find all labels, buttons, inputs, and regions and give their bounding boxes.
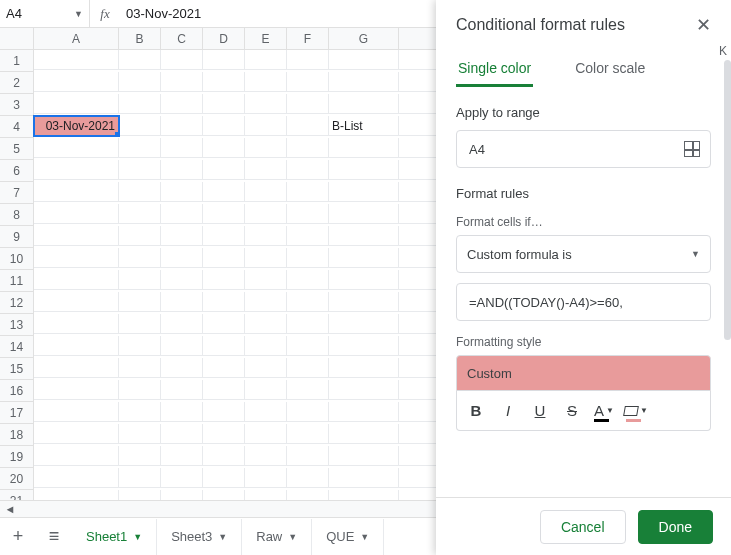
cell[interactable]	[34, 160, 119, 180]
cell[interactable]	[203, 424, 245, 444]
cell[interactable]	[34, 72, 119, 92]
cell[interactable]	[161, 72, 203, 92]
selection-handle[interactable]	[115, 132, 119, 136]
cell[interactable]	[161, 204, 203, 224]
cell[interactable]	[203, 380, 245, 400]
cell[interactable]	[203, 468, 245, 488]
cell[interactable]	[203, 204, 245, 224]
cell[interactable]	[161, 226, 203, 246]
select-all-corner[interactable]	[0, 28, 34, 50]
cell[interactable]: B-List	[329, 116, 399, 136]
cell[interactable]	[119, 248, 161, 268]
custom-formula-input[interactable]	[467, 294, 700, 311]
row-header[interactable]: 5	[0, 138, 34, 160]
cell[interactable]	[34, 182, 119, 202]
sheet-tab[interactable]: Raw▼	[242, 519, 312, 555]
cell[interactable]	[119, 270, 161, 290]
fill-color-button[interactable]: ▼	[621, 396, 651, 426]
row-header[interactable]: 16	[0, 380, 34, 402]
column-header[interactable]: C	[161, 28, 203, 50]
cell[interactable]	[34, 314, 119, 334]
cell[interactable]	[329, 72, 399, 92]
sheet-tab[interactable]: Sheet3▼	[157, 519, 242, 555]
cell[interactable]	[119, 446, 161, 466]
cell[interactable]	[119, 292, 161, 312]
cell[interactable]	[329, 160, 399, 180]
cell[interactable]	[245, 72, 287, 92]
cell[interactable]	[329, 138, 399, 158]
cell[interactable]	[161, 402, 203, 422]
cell[interactable]	[119, 72, 161, 92]
cell[interactable]: 03-Nov-2021	[34, 116, 119, 136]
cell[interactable]	[245, 314, 287, 334]
cell[interactable]	[161, 468, 203, 488]
sheet-tab[interactable]: Sheet1▼	[72, 519, 157, 555]
row-header[interactable]: 10	[0, 248, 34, 270]
cell[interactable]	[161, 270, 203, 290]
cell[interactable]	[287, 248, 329, 268]
cell[interactable]	[287, 94, 329, 114]
row-header[interactable]: 19	[0, 446, 34, 468]
column-header[interactable]: E	[245, 28, 287, 50]
cell[interactable]	[119, 402, 161, 422]
cell[interactable]	[203, 402, 245, 422]
column-header[interactable]: B	[119, 28, 161, 50]
cell[interactable]	[34, 204, 119, 224]
cell[interactable]	[203, 358, 245, 378]
scroll-left-icon[interactable]: ◄	[0, 503, 20, 515]
cell[interactable]	[34, 424, 119, 444]
row-header[interactable]: 20	[0, 468, 34, 490]
cell[interactable]	[34, 358, 119, 378]
cell[interactable]	[329, 380, 399, 400]
cell[interactable]	[161, 160, 203, 180]
cell[interactable]	[245, 138, 287, 158]
tab-single-color[interactable]: Single color	[456, 52, 533, 87]
row-header[interactable]: 6	[0, 160, 34, 182]
style-preview[interactable]: Custom	[456, 355, 711, 391]
cell[interactable]	[161, 358, 203, 378]
cell[interactable]	[287, 314, 329, 334]
cell[interactable]	[245, 402, 287, 422]
cell[interactable]	[161, 314, 203, 334]
cell[interactable]	[119, 336, 161, 356]
cell[interactable]	[245, 204, 287, 224]
sidebar-scrollbar[interactable]	[724, 60, 731, 340]
cell[interactable]	[203, 182, 245, 202]
cell[interactable]	[329, 292, 399, 312]
cell[interactable]	[119, 358, 161, 378]
cell[interactable]	[245, 270, 287, 290]
cell[interactable]	[287, 292, 329, 312]
cell[interactable]	[287, 402, 329, 422]
cell[interactable]	[119, 160, 161, 180]
done-button[interactable]: Done	[638, 510, 713, 544]
apply-range-field[interactable]	[456, 130, 711, 168]
row-header[interactable]: 1	[0, 50, 34, 72]
strikethrough-button[interactable]: S	[557, 396, 587, 426]
cell[interactable]	[119, 314, 161, 334]
cell[interactable]	[34, 248, 119, 268]
cell[interactable]	[119, 226, 161, 246]
cancel-button[interactable]: Cancel	[540, 510, 626, 544]
row-header[interactable]: 4	[0, 116, 34, 138]
cell[interactable]	[161, 446, 203, 466]
cell[interactable]	[287, 468, 329, 488]
cell[interactable]	[34, 94, 119, 114]
cell[interactable]	[329, 446, 399, 466]
cell[interactable]	[203, 116, 245, 136]
cell[interactable]	[161, 182, 203, 202]
row-header[interactable]: 17	[0, 402, 34, 424]
cell[interactable]	[287, 182, 329, 202]
cell[interactable]	[329, 358, 399, 378]
cell[interactable]	[329, 182, 399, 202]
cell[interactable]	[203, 226, 245, 246]
row-header[interactable]: 9	[0, 226, 34, 248]
cell[interactable]	[119, 182, 161, 202]
cell[interactable]	[245, 380, 287, 400]
cell[interactable]	[245, 94, 287, 114]
cell[interactable]	[203, 72, 245, 92]
cell[interactable]	[245, 182, 287, 202]
cell[interactable]	[245, 336, 287, 356]
cell[interactable]	[161, 116, 203, 136]
cell[interactable]	[34, 380, 119, 400]
cell[interactable]	[287, 160, 329, 180]
